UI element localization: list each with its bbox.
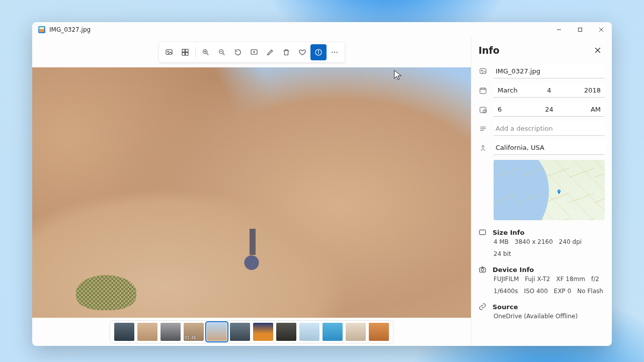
svg-point-27	[481, 70, 482, 71]
date-day: 4	[531, 86, 567, 94]
image-icon	[165, 48, 173, 56]
close-icon	[595, 47, 601, 53]
info-button[interactable]	[310, 44, 327, 60]
svg-rect-39	[479, 230, 486, 234]
svg-point-22	[334, 52, 335, 53]
maximize-button[interactable]	[570, 22, 591, 37]
date-year: 2018	[567, 86, 603, 94]
link-icon	[478, 303, 487, 311]
size-bit: 24 bit	[494, 250, 511, 257]
window-controls	[548, 22, 612, 37]
markup-button[interactable]	[246, 44, 262, 60]
svg-rect-8	[182, 53, 185, 55]
main-photo[interactable]	[32, 67, 471, 318]
location-field[interactable]: California, USA	[494, 141, 605, 155]
title-bar: IMG_0327.jpg	[32, 22, 612, 37]
fullscreen-button[interactable]	[177, 44, 193, 60]
svg-line-15	[223, 53, 224, 55]
svg-point-23	[336, 52, 337, 53]
size-filesize: 4 MB	[494, 238, 509, 245]
source-value: OneDrive (Available Offline)	[494, 313, 578, 320]
map-pin-icon	[556, 189, 562, 195]
thumbnail[interactable]	[253, 323, 273, 341]
info-icon	[314, 48, 323, 56]
close-button[interactable]	[591, 22, 612, 37]
thumbnail[interactable]	[299, 323, 319, 341]
svg-line-11	[207, 53, 208, 55]
size-dimensions: 3840 x 2160	[515, 238, 553, 245]
close-panel-button[interactable]	[591, 43, 605, 57]
svg-rect-6	[182, 49, 185, 52]
thumbnail[interactable]	[346, 323, 366, 341]
favorite-button[interactable]	[294, 44, 310, 60]
more-button[interactable]	[327, 44, 343, 60]
grid-icon	[181, 48, 189, 56]
thumbnail[interactable]	[323, 323, 343, 341]
size-icon	[478, 228, 487, 236]
time-hour: 6	[496, 106, 531, 113]
device-flash: No Flash	[577, 288, 603, 295]
rotate-icon	[234, 48, 242, 56]
edit-button[interactable]	[262, 44, 278, 60]
delete-button[interactable]	[278, 44, 294, 60]
description-icon	[478, 125, 488, 133]
svg-point-5	[168, 51, 169, 52]
thumbnail[interactable]	[369, 323, 389, 341]
heart-icon	[298, 48, 306, 56]
app-icon	[38, 26, 45, 33]
toolbar	[159, 42, 345, 62]
time-ampm: AM	[567, 106, 603, 113]
source-label: Source	[493, 303, 518, 311]
size-label: Size Info	[493, 229, 524, 236]
toolbar-separator	[195, 47, 196, 58]
thumbnail[interactable]	[276, 323, 296, 341]
svg-rect-9	[185, 53, 188, 55]
svg-rect-7	[185, 49, 188, 52]
zoom-in-icon	[202, 48, 210, 56]
info-panel: Info IMG_0327.jpg March	[471, 37, 612, 346]
thumbnail-selected[interactable]	[207, 323, 227, 341]
rotate-button[interactable]	[230, 44, 246, 60]
minimize-button[interactable]	[548, 22, 570, 37]
sparkle-edit-icon	[250, 48, 258, 56]
date-field[interactable]: March 4 2018	[494, 83, 605, 98]
app-window: IMG_0327.jpg	[32, 22, 612, 346]
info-heading: Info	[478, 45, 500, 56]
size-section: Size Info 4 MB 3840 x 2160 240 dpi 24 bi…	[478, 225, 605, 257]
source-section: Source OneDrive (Available Offline)	[478, 300, 605, 320]
location-map[interactable]	[494, 160, 605, 220]
svg-point-38	[558, 190, 559, 191]
video-duration: 01:46	[185, 336, 196, 340]
time-minute: 24	[531, 106, 567, 113]
time-field[interactable]: 6 24 AM	[494, 103, 605, 117]
thumbnail-video[interactable]: 01:46	[184, 323, 204, 341]
zoom-in-button[interactable]	[198, 44, 214, 60]
clock-icon	[478, 106, 488, 114]
zoom-out-button[interactable]	[214, 44, 230, 60]
description-field[interactable]: Add a description	[494, 122, 605, 136]
device-label: Device Info	[493, 266, 534, 274]
thumbnail[interactable]	[230, 323, 250, 341]
device-lens: XF 18mm	[556, 276, 585, 283]
svg-rect-28	[480, 88, 486, 94]
view-all-button[interactable]	[161, 44, 177, 60]
filename-field[interactable]: IMG_0327.jpg	[494, 64, 605, 78]
more-icon	[331, 48, 339, 56]
device-aperture: f/2	[591, 276, 599, 283]
device-iso: ISO 400	[524, 288, 547, 295]
svg-point-20	[318, 50, 318, 51]
viewer-pane: 01:46	[32, 37, 471, 346]
calendar-icon	[478, 86, 488, 95]
trash-icon	[282, 48, 290, 56]
svg-point-37	[482, 145, 484, 147]
device-model: Fuji X-T2	[525, 276, 550, 283]
size-dpi: 240 dpi	[559, 238, 582, 245]
date-month: March	[496, 86, 531, 94]
device-section: Device Info FUJIFILM Fuji X-T2 XF 18mm f…	[478, 262, 605, 295]
thumbnail[interactable]	[137, 323, 157, 341]
camera-icon	[478, 265, 487, 274]
thumbnail[interactable]	[160, 323, 181, 341]
device-exp: EXP 0	[554, 288, 572, 295]
window-title: IMG_0327.jpg	[49, 26, 91, 33]
thumbnail[interactable]	[114, 323, 134, 341]
